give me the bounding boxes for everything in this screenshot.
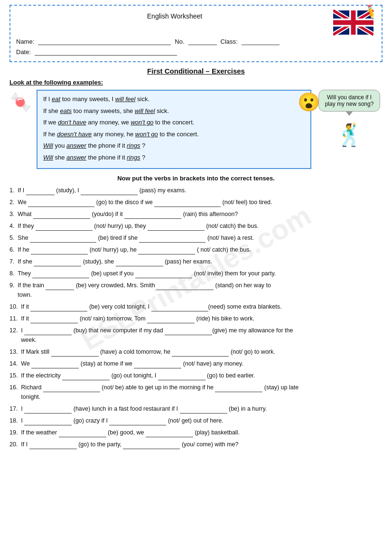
examples-box: If I eat too many sweets, I will feel si…	[37, 90, 311, 169]
example-6: Will she answer the phone if it rings ?	[43, 153, 305, 162]
flag-area: ✏️	[333, 9, 373, 36]
exercise-8: 8. They (be) upset if you (not/ invite) …	[9, 269, 383, 278]
date-row: Date:	[16, 48, 376, 56]
speech-bubble: Will you dance if I play my new song?	[318, 90, 380, 112]
example-3: If we don't have any money, we won't go …	[43, 118, 305, 127]
worksheet-border: English Worksheet ✏️ Name: No. Class: Da…	[9, 5, 383, 62]
exercise-1: 1. If I (study), I (pass) my exams.	[9, 186, 383, 195]
date-label: Date:	[16, 48, 31, 56]
name-row: Name: No. Class:	[16, 38, 376, 45]
exercise-9: 9. If the train (be) very crowded, Mrs. …	[9, 281, 383, 300]
exercise-6: 6. If he (not/ hurry) up, he ( not/ catc…	[9, 245, 383, 254]
header-row: English Worksheet ✏️	[16, 9, 376, 36]
examples-section: 🍬 If I eat too many sweets, I will feel …	[9, 90, 383, 169]
exercise-12: 12. I (buy) that new computer if my dad …	[9, 326, 383, 345]
exercise-16: 16. Richard (not/ be) able to get up in …	[9, 383, 383, 402]
dancing-figure-icon: 🕺	[336, 122, 363, 148]
no-label: No.	[175, 38, 184, 45]
exercise-3: 3. What (you/do) if it (rain) this after…	[9, 209, 383, 219]
exercises-list: 1. If I (study), I (pass) my exams. 2. W…	[9, 186, 383, 449]
date-field[interactable]	[35, 48, 177, 56]
exercise-4: 4. If they (not/ hurry) up, they (not/ c…	[9, 221, 383, 231]
example-2: If she eats too many sweets, she will fe…	[43, 106, 305, 116]
name-label: Name:	[16, 38, 34, 45]
exercise-10: 10. If it (be) very cold tonight, I (nee…	[9, 302, 383, 311]
example-1: If I eat too many sweets, I will feel si…	[43, 94, 305, 104]
exercise-17: 17. I (have) lunch in a fast food restau…	[9, 404, 383, 414]
exercise-2: 2. We (go) to the disco if we (not/ feel…	[9, 198, 383, 207]
no-field[interactable]	[188, 38, 217, 45]
worksheet-title: English Worksheet	[147, 12, 202, 20]
exercise-5: 5. She (be) tired if she (not/ have) a r…	[9, 233, 383, 243]
page-title: First Conditional – Exercises	[9, 67, 383, 75]
class-label: Class:	[221, 38, 238, 45]
section1-label: Look at the following examples:	[9, 79, 383, 86]
exercise-7: 7. If she (study), she (pass) her exams.	[9, 257, 383, 266]
exercise-11: 11. If it (not/ rain) tomorrow, Tom (rid…	[9, 314, 383, 323]
exercise-13: 13. If Mark still (have) a cold tomorrow…	[9, 347, 383, 357]
exercises-label: Now put the verbs in brackets into the c…	[9, 175, 383, 182]
example-5: Will you answer the phone if it rings ?	[43, 141, 305, 151]
class-field[interactable]	[242, 38, 280, 45]
exercises-section: Now put the verbs in brackets into the c…	[9, 175, 383, 449]
exercise-20: 20. If I (go) to the party, (you/ come) …	[9, 440, 383, 449]
exercise-14: 14. We (stay) at home if we (not/ have) …	[9, 359, 383, 368]
candy-icon: 🍬	[9, 92, 32, 113]
name-field[interactable]	[38, 38, 171, 45]
smiley-icon: 😮	[298, 92, 320, 113]
exercise-18: 18. I (go) crazy if I (not/ get) out of …	[9, 416, 383, 425]
exercise-15: 15. If the electricity (go) out tonight,…	[9, 371, 383, 380]
example-4: If he doesn't have any money, he won't g…	[43, 130, 305, 139]
exercise-19: 19. If the weather (be) good, we (play) …	[9, 428, 383, 437]
right-side: Will you dance if I play my new song? 🕺	[316, 90, 383, 148]
